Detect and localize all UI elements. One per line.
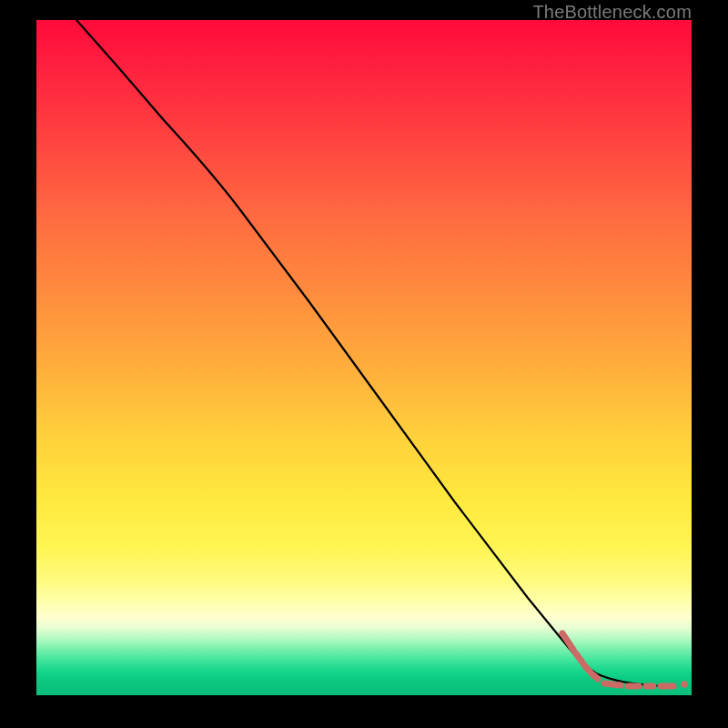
highlight-markers — [562, 633, 688, 688]
marker-end-dot — [681, 681, 688, 688]
bottleneck-curve — [76, 20, 664, 686]
chart-overlay — [36, 20, 692, 695]
marker-seg — [575, 652, 582, 662]
marker-seg — [604, 683, 621, 685]
marker-seg — [592, 674, 598, 679]
marker-seg — [584, 665, 591, 672]
marker-seg — [562, 633, 573, 650]
